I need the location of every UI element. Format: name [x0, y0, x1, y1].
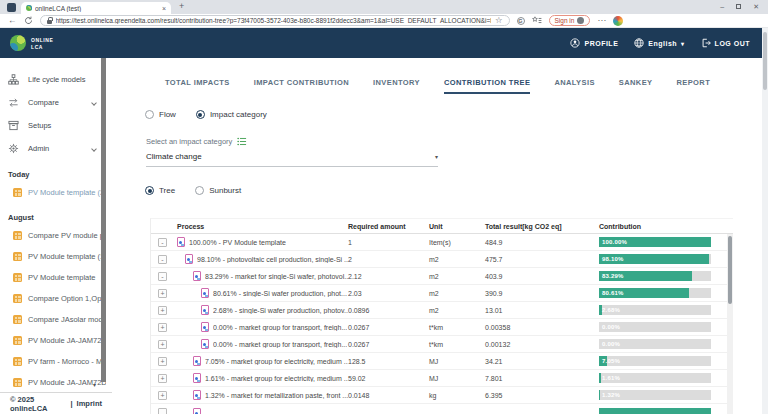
bookmark-star-icon[interactable]: ☆: [495, 16, 503, 25]
row-expander[interactable]: +: [158, 340, 167, 349]
total-result: 6.395: [485, 392, 599, 399]
process-icon: [193, 390, 201, 400]
browser-menu-icon[interactable]: ⋯: [597, 16, 606, 25]
total-result: 484.9: [485, 239, 599, 246]
profile-button[interactable]: PROFILE: [570, 38, 618, 48]
contribution-bar: 83.29%: [599, 271, 711, 281]
sidebar-scrollbar[interactable]: [101, 58, 106, 382]
row-expander[interactable]: [158, 408, 167, 414]
logout-button[interactable]: LOG OUT: [701, 38, 750, 48]
tab-contribution-tree[interactable]: CONTRIBUTION TREE: [444, 78, 530, 94]
reload-icon[interactable]: [24, 16, 33, 25]
url-bar[interactable]: https://test.onlinelca.greendelta.com/re…: [40, 15, 510, 26]
workspace-icon[interactable]: [7, 3, 16, 12]
sign-in-button[interactable]: Sign in: [549, 15, 591, 26]
unit: m2: [429, 273, 485, 280]
table-row: -98.10% - photovoltaic cell production, …: [151, 251, 733, 268]
tab-total-impacts[interactable]: TOTAL IMPACTS: [165, 78, 230, 94]
radio-icon[interactable]: [196, 110, 205, 119]
row-expander[interactable]: +: [158, 323, 167, 332]
window-restore-button[interactable]: [736, 4, 741, 9]
language-button[interactable]: English ▾: [634, 38, 684, 48]
sidebar-item-admin[interactable]: Admin: [0, 137, 106, 160]
collections-icon[interactable]: [532, 16, 542, 25]
radio-flow[interactable]: Flow: [145, 110, 176, 119]
row-expander[interactable]: -: [158, 238, 167, 247]
sidebar-model-item[interactable]: PV Module template: [0, 267, 106, 288]
model-item-label: PV farm - Morroco - MA: [28, 357, 106, 366]
radio-icon[interactable]: [145, 110, 154, 119]
model-icon: [13, 378, 22, 387]
sidebar-model-item[interactable]: Compare PV module pro: [0, 225, 106, 246]
sidebar: Life cycle models Compare Setups Admin T…: [0, 58, 106, 392]
radio-sunburst[interactable]: Sunburst: [195, 186, 241, 195]
process-name[interactable]: 1.61% - market group for electricity, me…: [205, 375, 348, 382]
page-scrollbar-thumb[interactable]: [763, 32, 767, 90]
sidebar-item-compare[interactable]: Compare: [0, 91, 106, 114]
window-close-button[interactable]: ✕: [753, 3, 759, 10]
tab-analysis[interactable]: ANALYSIS: [554, 78, 594, 94]
table-scrollbar[interactable]: [727, 234, 733, 414]
contribution-label: 7.05%: [602, 358, 620, 364]
tab-sankey[interactable]: SANKEY: [619, 78, 653, 94]
extension-g-icon[interactable]: G: [517, 17, 525, 25]
sidebar-item-life-cycle-models[interactable]: Life cycle models: [0, 68, 106, 91]
sidebar-model-item[interactable]: PV Module JA-JAM72D1: [0, 372, 106, 392]
back-icon[interactable]: ←: [8, 16, 17, 25]
sidebar-item-setups[interactable]: Setups: [0, 114, 106, 137]
model-item-label: Compare PV module pro: [28, 231, 106, 240]
sidebar-model-item[interactable]: PV Module JA-JAM72D1: [0, 330, 106, 351]
table-row: -83.29% - market for single-Si wafer, ph…: [151, 268, 733, 285]
table-scrollbar-thumb[interactable]: [728, 236, 732, 304]
total-result: 34.21: [485, 358, 599, 365]
onlinelca-logo[interactable]: onlinelca: [10, 35, 54, 51]
process-name[interactable]: 1.32% - market for metallization paste, …: [205, 392, 348, 399]
imprint-link[interactable]: Imprint: [77, 399, 102, 408]
sidebar-model-item[interactable]: PV Module template (2): [0, 182, 106, 203]
sitemap-icon: [8, 74, 19, 85]
radio-tree[interactable]: Tree: [145, 186, 175, 195]
unit: MJ: [429, 358, 485, 365]
profile-avatar[interactable]: [613, 16, 623, 26]
process-name[interactable]: 100.00% - PV Module template: [189, 239, 286, 246]
row-expander[interactable]: -: [158, 272, 167, 281]
sidebar-scrollbar-thumb[interactable]: [101, 58, 106, 382]
url-text: https://test.onlinelca.greendelta.com/re…: [56, 17, 491, 24]
tab-impact-contribution[interactable]: IMPACT CONTRIBUTION: [254, 78, 349, 94]
sidebar-item-label: Compare: [28, 98, 59, 107]
row-expander[interactable]: +: [158, 289, 167, 298]
process-name[interactable]: 98.10% - photovoltaic cell production, s…: [197, 256, 348, 263]
browser-tab[interactable]: onlineLCA (test) ×: [21, 2, 171, 14]
row-expander[interactable]: -: [158, 255, 167, 264]
tab-inventory[interactable]: INVENTORY: [373, 78, 420, 94]
radio-icon[interactable]: [195, 186, 204, 195]
sidebar-model-item[interactable]: Compare JAsolar modul: [0, 309, 106, 330]
impact-category-select[interactable]: Climate change ▾: [146, 152, 438, 167]
row-expander[interactable]: +: [158, 374, 167, 383]
gear-icon: [8, 143, 19, 154]
sidebar-scroll-more-icon[interactable]: ▾: [93, 381, 96, 388]
logo-circle-icon: [10, 35, 26, 51]
sidebar-model-item[interactable]: PV farm - Morroco - MA: [0, 351, 106, 372]
process-name[interactable]: 83.29% - market for single-Si wafer, pho…: [205, 273, 348, 280]
tab-close-icon[interactable]: ×: [162, 5, 166, 12]
process-name[interactable]: 80.61% - single-Si wafer production, pho…: [213, 290, 347, 297]
process-name[interactable]: 2.68% - single-Si wafer production, phot…: [213, 307, 348, 314]
process-name[interactable]: 7.05% - market group for electricity, me…: [205, 358, 348, 365]
sidebar-model-item[interactable]: PV Module template (1): [0, 246, 106, 267]
sidebar-model-item[interactable]: Compare Option 1,Optio: [0, 288, 106, 309]
new-tab-button[interactable]: +: [179, 2, 184, 11]
unit: MJ: [429, 375, 485, 382]
row-expander[interactable]: +: [158, 357, 167, 366]
radio-impact-category[interactable]: Impact category: [196, 110, 267, 119]
page-scrollbar[interactable]: [762, 28, 768, 414]
contribution-bar: 1.32%: [599, 390, 711, 400]
row-expander[interactable]: +: [158, 391, 167, 400]
category-list-icon[interactable]: [237, 137, 247, 146]
process-name[interactable]: 0.00% - market group for transport, frei…: [213, 324, 347, 331]
tab-report[interactable]: REPORT: [676, 78, 710, 94]
window-minimize-button[interactable]: –: [720, 3, 724, 10]
process-name[interactable]: 0.00% - market group for transport, frei…: [213, 341, 347, 348]
row-expander[interactable]: +: [158, 306, 167, 315]
radio-icon[interactable]: [145, 186, 154, 195]
